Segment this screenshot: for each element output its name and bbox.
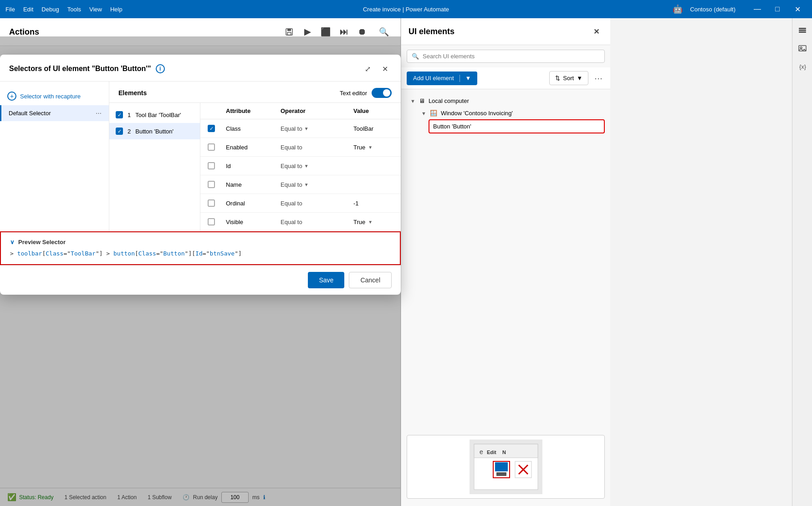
attr-checkbox-ordinal[interactable] <box>208 199 215 207</box>
svg-rect-15 <box>799 28 806 29</box>
dialog-main: Elements Text editor ✓ 1 <box>109 82 401 231</box>
window-item[interactable]: ▼ 🪟 Window 'Contoso Invoicing' <box>418 107 605 119</box>
preview-q3: "] <box>235 250 242 257</box>
dialog-main-header: Elements Text editor <box>109 82 401 103</box>
menu-help[interactable]: Help <box>110 6 123 13</box>
element-item-2[interactable]: ✓ 2 Button 'Button' <box>109 123 200 139</box>
search-box[interactable]: 🔍 <box>407 50 605 63</box>
close-button[interactable]: ✕ <box>788 0 807 18</box>
computer-icon: 🖥 <box>419 97 425 104</box>
add-ui-element-button[interactable]: Add UI element ▼ <box>407 72 477 85</box>
window-controls[interactable]: — □ ✕ <box>748 0 807 18</box>
maximize-button[interactable]: □ <box>768 0 786 18</box>
braces-icon-button[interactable]: {x} <box>794 58 811 75</box>
local-computer-item[interactable]: ▼ 🖥 Local computer <box>407 95 605 107</box>
element-checkbox-2[interactable]: ✓ <box>116 128 123 135</box>
window-icon: 🪟 <box>430 110 437 117</box>
button-item[interactable]: Button 'Button' <box>429 119 605 133</box>
element-item-1[interactable]: ✓ 1 Tool Bar 'ToolBar' <box>109 107 200 123</box>
attr-operator-name[interactable]: Equal to ▼ <box>281 181 353 188</box>
info-button[interactable]: i <box>156 64 165 73</box>
add-ui-btn-group: Add UI element ▼ <box>407 72 477 85</box>
local-computer-label: Local computer <box>429 97 469 104</box>
attr-operator-class[interactable]: Equal to ▼ <box>281 125 353 132</box>
cancel-button[interactable]: Cancel <box>349 272 392 288</box>
attr-operator-ordinal[interactable]: Equal to <box>281 200 353 207</box>
text-editor-switch[interactable] <box>372 88 392 98</box>
selector-more-icon[interactable]: ⋯ <box>96 110 102 117</box>
attr-checkbox-class[interactable]: ✓ <box>208 125 215 132</box>
preview-attr1-name: Class <box>46 250 63 257</box>
preview-q1: "] <box>96 250 103 257</box>
sort-icon: ⇅ <box>555 75 560 82</box>
preview-button: button <box>113 250 135 257</box>
element-index-2: 2 <box>128 128 131 135</box>
minimize-button[interactable]: — <box>748 0 766 18</box>
attr-checkbox-visible[interactable] <box>208 218 215 225</box>
menu-edit[interactable]: Edit <box>23 6 33 13</box>
local-computer-chevron: ▼ <box>410 98 415 104</box>
menu-bar[interactable]: File Edit Debug Tools View Help <box>5 6 123 13</box>
account-icon: 🤖 <box>673 4 683 14</box>
image-icon-button[interactable] <box>794 40 811 56</box>
svg-rect-2 <box>287 32 291 35</box>
attr-operator-id[interactable]: Equal to ▼ <box>281 163 353 169</box>
preview-attr2-name: Class <box>138 250 156 257</box>
attr-name-enabled: Enabled <box>226 144 281 151</box>
ui-elements-close-button[interactable]: ✕ <box>589 25 603 38</box>
sort-button[interactable]: ⇅ Sort ▼ <box>549 71 588 85</box>
title-bar: File Edit Debug Tools View Help Create i… <box>0 0 812 18</box>
attr-operator-enabled[interactable]: Equal to <box>281 144 353 151</box>
ui-elements-panel: UI elements ✕ 🔍 Add UI element ▼ ⇅ S <box>401 18 610 506</box>
dialog-header-controls: ⤢ ✕ <box>361 62 392 76</box>
ui-elements-header-controls: ✕ <box>589 25 603 38</box>
layers-icon-button[interactable] <box>794 22 811 38</box>
default-selector-item[interactable]: Default Selector ⋯ <box>0 105 109 121</box>
attr-checkbox-enabled[interactable] <box>208 143 215 151</box>
attr-col-checkbox <box>208 107 226 114</box>
preview-header[interactable]: ∨ Preview Selector <box>10 239 391 245</box>
menu-debug[interactable]: Debug <box>41 6 59 13</box>
search-input[interactable] <box>423 53 600 60</box>
modal-overlay: Selectors of UI element "Button 'Button'… <box>0 36 401 506</box>
dialog-header: Selectors of UI element "Button 'Button'… <box>0 55 401 82</box>
expand-button[interactable]: ⤢ <box>361 62 374 76</box>
attr-checkbox-id[interactable] <box>208 162 215 169</box>
preview-attr2-val: Button <box>163 250 185 257</box>
elements-section: ✓ 1 Tool Bar 'ToolBar' ✓ 2 Button 'Butto… <box>109 103 401 231</box>
add-ui-chevron-icon[interactable]: ▼ <box>465 75 471 82</box>
svg-rect-10 <box>495 462 508 471</box>
attr-value-visible: True ▼ <box>353 219 393 225</box>
element-label-2: Button 'Button' <box>135 128 174 135</box>
preview-bracket2: [ <box>135 250 138 257</box>
more-options-button[interactable]: ⋯ <box>592 72 605 85</box>
attr-col-attribute: Attribute <box>226 107 281 114</box>
add-icon: + <box>7 92 16 101</box>
preview-q2: "][ <box>185 250 195 257</box>
add-selector-label: Selector with recapture <box>20 93 81 100</box>
save-button[interactable]: Save <box>308 272 344 288</box>
attr-checkbox-name[interactable] <box>208 181 215 188</box>
ui-elements-header-left: UI elements <box>409 27 455 36</box>
attr-operator-visible[interactable]: Equal to <box>281 219 353 225</box>
dialog-sidebar: + Selector with recapture Default Select… <box>0 82 109 231</box>
preview-attr3-name: Id <box>195 250 203 257</box>
menu-tools[interactable]: Tools <box>67 6 81 13</box>
preview-arrow: > <box>10 250 17 257</box>
svg-text:N: N <box>502 450 506 455</box>
dialog-body: + Selector with recapture Default Select… <box>0 82 401 231</box>
side-icons-bar: {x} <box>792 18 812 506</box>
dialog-close-button[interactable]: ✕ <box>378 62 392 76</box>
svg-text:Edit: Edit <box>487 450 496 455</box>
ui-elements-title: UI elements <box>409 27 455 36</box>
attr-col-value: Value <box>353 107 393 114</box>
preview-title: Preview Selector <box>18 239 66 245</box>
preview-attr3-val: btnSave <box>209 250 235 257</box>
preview-attr1-val: ToolBar <box>71 250 96 257</box>
selectors-dialog: Selectors of UI element "Button 'Button'… <box>0 55 401 295</box>
element-checkbox-1[interactable]: ✓ <box>116 111 123 118</box>
ui-tree: ▼ 🖥 Local computer ▼ 🪟 Window 'Contoso I… <box>401 89 610 428</box>
menu-file[interactable]: File <box>5 6 15 13</box>
menu-view[interactable]: View <box>89 6 102 13</box>
add-selector-button[interactable]: + Selector with recapture <box>0 87 109 105</box>
